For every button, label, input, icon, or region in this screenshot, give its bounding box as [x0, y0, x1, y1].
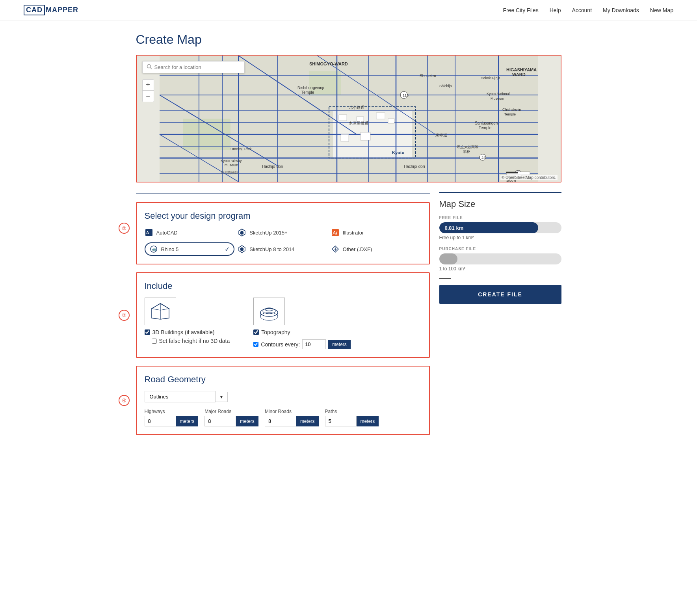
- step-2-circle: ②: [119, 223, 130, 234]
- buildings-icon-box: [145, 298, 176, 325]
- svg-text:Nishihongwanji: Nishihongwanji: [297, 86, 324, 90]
- contours-row: Contours every: meters: [253, 339, 351, 349]
- page-title: Create Map: [136, 32, 561, 47]
- option-sketchup2014[interactable]: SketchUp 8 to 2014: [238, 242, 328, 256]
- purchase-file-label: PURCHASE FILE: [439, 247, 561, 251]
- buildings-checkbox[interactable]: [145, 329, 150, 335]
- design-program-wrapper: ② Select your design program A AutoCAD: [136, 192, 430, 264]
- option-illustrator[interactable]: Ai Illustrator: [331, 227, 421, 238]
- include-grid: 3D Buildings (if available) Set false he…: [145, 298, 421, 349]
- option-rhino5[interactable]: 🦏 Rhino 5 ✓: [145, 242, 235, 256]
- option-other-dxf[interactable]: Other (.DXF): [331, 242, 421, 256]
- other-dxf-icon: [331, 245, 340, 253]
- rhino5-icon: 🦏: [149, 245, 158, 253]
- include-section: Include: [136, 272, 430, 358]
- minor-roads-field: Minor Roads meters: [265, 409, 319, 426]
- highways-field: Highways meters: [145, 409, 199, 426]
- logo-mapper: MAPPER: [46, 6, 78, 14]
- minor-roads-input-row: meters: [265, 416, 319, 426]
- road-geometry-wrapper: ④ Road Geometry Outlines Centerlines Bot…: [136, 366, 430, 435]
- map-attribution: © OpenStreetMap contributors.: [500, 175, 558, 180]
- highways-unit: meters: [176, 416, 199, 426]
- road-geometry-title: Road Geometry: [145, 374, 421, 385]
- svg-text:京都貨物駅: 京都貨物駅: [221, 171, 238, 175]
- false-height-checkbox[interactable]: [152, 339, 157, 344]
- svg-text:Hachijō-dori: Hachijō-dori: [262, 164, 283, 169]
- svg-rect-30: [376, 113, 385, 119]
- right-panel: Map Size FREE FILE 0.81 km Free up to 1 …: [439, 192, 561, 435]
- option-other-dxf-label: Other (.DXF): [343, 246, 372, 252]
- highways-input[interactable]: [145, 416, 176, 426]
- include-title: Include: [145, 281, 421, 291]
- paths-input-row: meters: [325, 416, 379, 426]
- free-file-progress-fill: 0.81 km: [439, 222, 538, 233]
- major-roads-input[interactable]: [204, 416, 236, 426]
- map-svg: 北小路通 木津屋橋通 Kyoto Hachijō-dori Hachijō-do…: [137, 56, 561, 182]
- logo-box: CAD: [24, 5, 45, 15]
- rhino5-check-icon: ✓: [225, 246, 230, 253]
- zoom-in-button[interactable]: +: [143, 80, 154, 91]
- search-icon: [147, 64, 152, 71]
- option-sketchup2015[interactable]: SketchUp 2015+: [238, 227, 328, 238]
- svg-text:Chishaku-in: Chishaku-in: [502, 108, 521, 112]
- svg-text:HIGASHIYAMA: HIGASHIYAMA: [506, 67, 537, 72]
- left-panel: ② Select your design program A AutoCAD: [136, 192, 430, 435]
- illustrator-icon: Ai: [331, 228, 340, 237]
- free-file-note: Free up to 1 km²: [439, 235, 561, 240]
- map-search-bar[interactable]: [142, 61, 245, 73]
- purchase-file-note: 1 to 100 km²: [439, 266, 561, 272]
- paths-unit: meters: [357, 416, 379, 426]
- svg-text:Shoseien: Shoseien: [420, 74, 436, 78]
- road-geometry-select[interactable]: Outlines Centerlines Both: [145, 391, 216, 402]
- svg-text:Museum: Museum: [491, 97, 504, 100]
- sketchup2014-icon: [238, 245, 246, 253]
- logo: CAD MAPPER: [24, 5, 78, 15]
- purchase-file-progress-track: [439, 253, 561, 264]
- map-size-title: Map Size: [439, 199, 561, 209]
- svg-text:Hachijō-dori: Hachijō-dori: [404, 164, 425, 169]
- option-autocad[interactable]: A AutoCAD: [145, 227, 235, 238]
- nav-account[interactable]: Account: [572, 7, 592, 13]
- false-height-label: Set false height if no 3D data: [159, 338, 230, 344]
- topography-checkbox[interactable]: [253, 329, 259, 335]
- svg-text:Hokoku-jinja: Hokoku-jinja: [481, 76, 500, 80]
- header: CAD MAPPER Free City Files Help Account …: [0, 0, 697, 20]
- location-search-input[interactable]: [154, 64, 240, 70]
- svg-text:Kyoto railway: Kyoto railway: [221, 159, 242, 163]
- false-height-row: Set false height if no 3D data: [152, 338, 230, 344]
- contours-value-input[interactable]: [302, 339, 326, 349]
- map-size-divider: [439, 278, 451, 279]
- lower-layout: ② Select your design program A AutoCAD: [136, 192, 561, 435]
- nav-my-downloads[interactable]: My Downloads: [603, 7, 639, 13]
- highways-input-row: meters: [145, 416, 199, 426]
- zoom-out-button[interactable]: −: [143, 91, 154, 102]
- minor-roads-input[interactable]: [265, 416, 296, 426]
- nav-free-city-files[interactable]: Free City Files: [503, 7, 538, 13]
- svg-marker-85: [240, 247, 243, 251]
- minor-roads-unit: meters: [296, 416, 319, 426]
- road-geometry-section: Road Geometry Outlines Centerlines Both …: [136, 366, 430, 435]
- free-file-value: 0.81 km: [445, 225, 464, 231]
- major-roads-input-row: meters: [204, 416, 258, 426]
- svg-text:Shichijō: Shichijō: [439, 84, 452, 88]
- contours-checkbox[interactable]: [253, 342, 258, 347]
- buildings-checkbox-row: 3D Buildings (if available): [145, 329, 215, 335]
- map-zoom-controls: + −: [142, 79, 154, 102]
- svg-text:東寺道: 東寺道: [435, 133, 447, 137]
- create-file-button[interactable]: CREATE FILE: [439, 285, 561, 304]
- svg-text:24: 24: [481, 156, 485, 160]
- svg-rect-28: [339, 115, 347, 121]
- map-size-panel: Map Size FREE FILE 0.81 km Free up to 1 …: [439, 192, 561, 304]
- free-file-label: FREE FILE: [439, 216, 561, 220]
- contours-label: Contours every:: [261, 341, 300, 348]
- option-autocad-label: AutoCAD: [156, 230, 178, 236]
- highways-label: Highways: [145, 409, 199, 414]
- svg-text:Temple: Temple: [301, 90, 314, 95]
- paths-label: Paths: [325, 409, 379, 414]
- contours-unit: meters: [328, 340, 351, 349]
- paths-input[interactable]: [325, 416, 357, 426]
- nav-new-map[interactable]: New Map: [650, 7, 673, 13]
- nav-help[interactable]: Help: [550, 7, 561, 13]
- svg-text:北小路通: 北小路通: [349, 105, 364, 110]
- map-container[interactable]: 北小路通 木津屋橋通 Kyoto Hachijō-dori Hachijō-do…: [137, 56, 561, 182]
